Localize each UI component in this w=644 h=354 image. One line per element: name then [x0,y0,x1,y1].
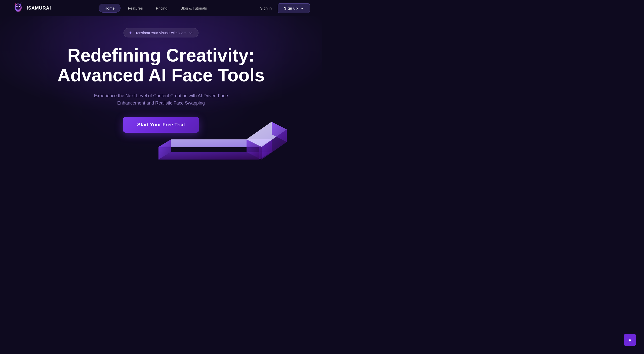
sign-up-button[interactable]: Sign up → [278,3,310,13]
hero-subtitle: Experience the Next Level of Content Cre… [83,92,239,107]
cta-button[interactable]: Start Your Free Trial [123,117,199,133]
nav-item-blog[interactable]: Blog & Tutorials [175,4,213,12]
svg-marker-7 [20,3,22,5]
sign-in-link[interactable]: Sign in [260,6,272,10]
badge-text: Transform Your Visuals with iSamur.ai [134,31,193,35]
logo-icon [12,2,24,14]
hero-section: ✦ Transform Your Visuals with iSamur.ai … [0,16,322,177]
logo-area[interactable]: ISAMURAI [12,2,51,14]
nav-item-features[interactable]: Features [123,4,148,12]
sign-up-arrow-icon: → [300,6,304,10]
navbar: ISAMURAI Home Features Pricing Blog & Tu… [0,0,322,16]
svg-point-4 [17,6,17,7]
sign-up-label: Sign up [284,6,298,10]
sparkle-icon: ✦ [129,30,132,35]
nav-actions: Sign in Sign up → [260,3,310,13]
hero-badge: ✦ Transform Your Visuals with iSamur.ai [124,28,198,37]
hero-title: Redefining Creativity: Advanced AI Face … [48,45,274,85]
logo-text: ISAMURAI [27,6,51,11]
nav-links: Home Features Pricing Blog & Tutorials [99,4,212,13]
svg-rect-8 [16,10,20,12]
nav-item-home[interactable]: Home [99,4,120,13]
hero-3d-graphic [146,102,297,177]
hero-graphic [146,102,297,177]
svg-point-1 [16,4,21,10]
nav-item-pricing[interactable]: Pricing [150,4,173,12]
svg-marker-6 [15,3,17,5]
svg-point-5 [19,6,20,7]
